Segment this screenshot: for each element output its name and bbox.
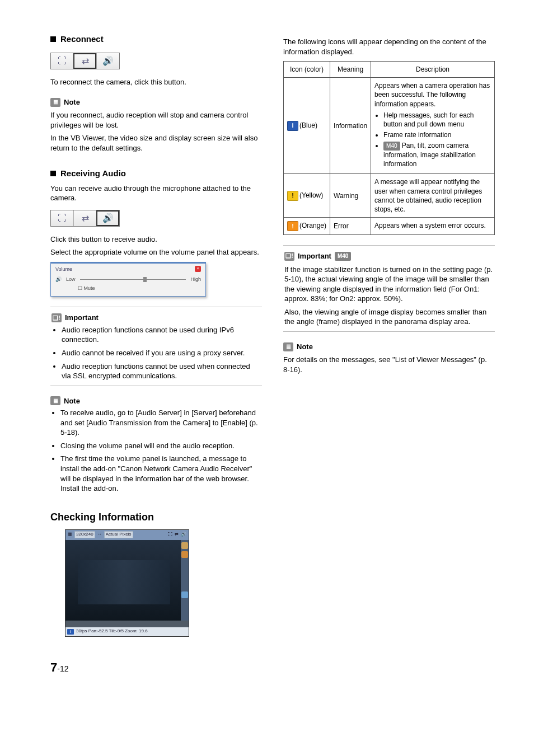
- model-badge: M40: [383, 142, 400, 151]
- viewer-figure: ▦ 320x240 ↔ Actual Pixels ⛶ ⇄ 🔊 i 30fps …: [65, 529, 189, 637]
- fullscreen-icon: ⛶: [51, 53, 73, 69]
- note-title: Note: [64, 396, 80, 406]
- important-list: Audio reception functions cannot be used…: [51, 325, 261, 381]
- important-audio: ❑! Important Audio reception functions c…: [50, 307, 262, 386]
- important-item: Audio reception functions cannot be used…: [62, 361, 261, 381]
- audio-toolbar-figure: ⛶ ⇄ 🔊: [50, 210, 120, 227]
- important-title: Important: [65, 313, 99, 323]
- grid-icon: ▦: [68, 532, 72, 538]
- reconnect-icon: ⇄: [73, 53, 96, 69]
- audio-desc-3: Select the appropriate volume on the vol…: [50, 247, 262, 257]
- error-icon: !: [287, 221, 298, 231]
- audio-icon: 🔊: [96, 53, 119, 69]
- note-title: Note: [297, 342, 313, 352]
- fullscreen-icon: ⛶: [168, 532, 172, 538]
- col-description: Description: [371, 62, 495, 78]
- note-item: Closing the volume panel will end the au…: [60, 441, 262, 451]
- important-item: Audio cannot be received if you are usin…: [62, 348, 261, 358]
- reconnect-icon: ⇄: [73, 210, 96, 226]
- mute-label: Mute: [84, 285, 95, 291]
- volume-title: Volume: [55, 266, 201, 273]
- fullscreen-icon: ⛶: [51, 210, 73, 226]
- reconnect-desc: To reconnect the camera, click this butt…: [50, 77, 262, 87]
- icons-intro: The following icons will appear dependin…: [283, 37, 495, 57]
- close-icon: ×: [195, 266, 201, 272]
- audio-desc-2: Click this button to receive audio.: [50, 234, 262, 245]
- model-badge: M40: [335, 252, 351, 261]
- note-icon: ≣: [50, 98, 60, 107]
- col-meaning: Meaning: [330, 62, 371, 78]
- audio-icon: 🔊: [96, 210, 119, 226]
- volume-low-label: Low: [66, 276, 76, 283]
- important-stabilizer: ❑! Important M40 If the image stabilizer…: [283, 245, 495, 332]
- size-select: 320x240: [74, 531, 95, 538]
- note-icon: ≣: [283, 342, 293, 351]
- volume-high-label: High: [190, 276, 201, 283]
- table-row: i(Blue) Information Appears when a camer…: [284, 78, 495, 174]
- resize-icon: ↔: [97, 532, 102, 538]
- audio-desc-1: You can receive audio through the microp…: [50, 184, 262, 203]
- note-list: To receive audio, go to [Audio Server] i…: [50, 408, 262, 493]
- icon-table: Icon (color) Meaning Description i(Blue)…: [283, 61, 495, 235]
- important-icon: ❑!: [284, 252, 294, 261]
- table-row: !(Yellow) Warning A message will appear …: [284, 174, 495, 218]
- speaker-icon: 🔊: [55, 276, 62, 283]
- note-title: Note: [64, 97, 80, 107]
- important-icon: ❑!: [51, 313, 62, 322]
- volume-panel-figure: × Volume 🔊 Low High ☐ Mute: [50, 262, 206, 297]
- heading-checking-information: Checking Information: [50, 510, 262, 524]
- important-item: Audio reception functions cannot be used…: [62, 325, 261, 345]
- volume-slider: [80, 279, 186, 280]
- side-control-icon: [181, 591, 188, 598]
- note-item: To receive audio, go to [Audio Server] i…: [60, 408, 262, 438]
- reconnect-icon: ⇄: [175, 532, 179, 538]
- mode-select: Actual Pixels: [104, 531, 133, 538]
- side-control-icon: [181, 551, 188, 558]
- important-title: Important: [298, 251, 331, 261]
- info-status-icon: i: [67, 629, 74, 635]
- warning-icon: !: [287, 191, 298, 201]
- note-messages: ≣ Note For details on the messages, see …: [283, 342, 495, 375]
- heading-reconnect: Reconnect: [50, 34, 262, 45]
- page-number: 7-12: [50, 659, 495, 676]
- table-row: !(Orange) Error Appears when a system er…: [284, 218, 495, 235]
- info-icon: i: [287, 121, 298, 131]
- note-icon: ≣: [50, 396, 60, 405]
- audio-icon: 🔊: [181, 532, 186, 538]
- note-reconnect: ≣ Note If you reconnect, audio reception…: [50, 97, 262, 153]
- reconnect-toolbar-figure: ⛶ ⇄ 🔊: [50, 53, 120, 69]
- note-item: The first time the volume panel is launc…: [60, 454, 262, 493]
- heading-receiving-audio: Receiving Audio: [50, 168, 262, 179]
- side-control-icon: [181, 542, 188, 549]
- status-text: 30fps Pan:-52.5 Tilt:-9/5 Zoom: 19.6: [76, 628, 148, 635]
- note-audio: ≣ Note To receive audio, go to [Audio Se…: [50, 396, 262, 494]
- col-icon: Icon (color): [284, 62, 330, 78]
